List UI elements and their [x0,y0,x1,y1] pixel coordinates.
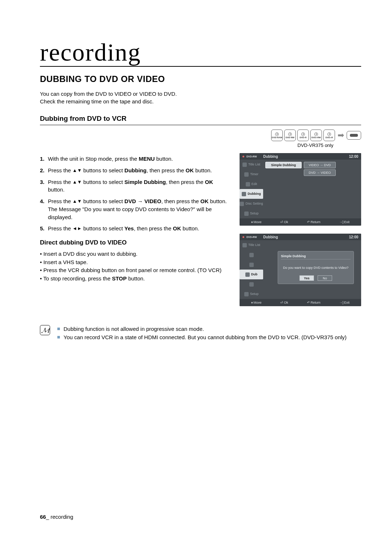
intro-text: You can copy from the DVD to VIDEO or VI… [40,90,361,105]
right-column: DVD-RAM DVD-RW DVD-R DVD+RW DVD+R ➡ DVD-… [240,130,361,314]
step-4: 4. Press the ▲▼ buttons to select DVD → … [40,197,229,221]
t: buttons to select [82,167,124,173]
t: STOP [112,275,127,282]
arrow-right-icon: ➡ [336,131,345,140]
tape-icon [347,131,361,140]
osd-clock: 12:00 [349,235,358,239]
step-2: 2. Press the ▲▼ buttons to select Dubbin… [40,167,229,174]
sidebar-item: Title List [240,240,263,250]
t: Yes [124,225,134,231]
disc-icon: DVD+R [323,130,335,141]
t: OK [185,167,194,173]
t: buttons to select [82,198,124,204]
dialog-no-button: No [318,275,332,281]
t: Dubbing [124,167,147,173]
intro-line-1: You can copy from the DVD to VIDEO or VI… [40,91,177,97]
t: Press the [48,179,73,185]
step-num: 3. [40,178,48,194]
osd-option: VIDEO → DVD [304,162,336,168]
sidebar-label: Setup [250,212,259,215]
page-number: 66 [40,514,46,520]
step-num: 2. [40,167,48,174]
sidebar-item: Disc Setting [240,199,263,209]
osd-media: DVD-RW [246,236,257,238]
disc-label: DVD-RAM [272,136,282,139]
osd-title: Dubbing [263,155,278,159]
disc-icon: DVD-R [297,130,309,141]
dialog-question: Do you want to copy DVD contents to Vide… [281,266,351,270]
t: , then press the [147,167,186,173]
osd-clock: 12:00 [349,155,358,159]
t: OK [200,198,209,204]
sidebar-label: Disc Setting [245,202,263,205]
t: OK [205,179,213,185]
disc-icon: DVD+RW [310,130,322,141]
step-num: 5. [40,225,48,233]
disc-setting-icon [249,282,254,287]
t: buttons to select [82,225,124,231]
bullet-list: Insert a DVD disc you want to dubbing. I… [40,250,229,283]
t: With the unit in Stop mode, press the [48,156,139,162]
page-title: recording [40,40,361,67]
t: button. [155,156,173,162]
arrows-icon: ▲▼ [73,198,82,204]
t: , then press the [134,225,173,231]
t: The Message "Do you want to copy DVD con… [48,206,212,220]
sidebar-item [240,279,263,289]
step-3: 3. Press the ▲▼ buttons to select Simple… [40,178,229,194]
step-num: 1. [40,155,48,163]
edit-icon [249,263,254,267]
foot-return: ↶ Return [307,301,320,304]
osd-screenshot-1: DVD-RW Dubbing 12:00 Title List Timer Ed… [240,153,361,226]
list-item: Press the VCR dubbing button on front pa… [40,266,229,275]
disc-label: DVD-RW [286,136,295,139]
intro-line-2: Check the remaining time on the tape and… [40,98,154,104]
t: MENU [139,156,155,162]
dialog-yes-button: Yes [299,275,314,281]
step-1: 1. With the unit in Stop mode, press the… [40,155,229,163]
rec-dot-icon [242,156,244,157]
step-5: 5. Press the ◄► buttons to select Yes, t… [40,225,229,233]
subsection-heading: Dubbing from DVD to VCR [40,115,361,125]
media-icon-row: DVD-RAM DVD-RW DVD-R DVD+RW DVD+R ➡ [240,130,361,141]
list-item: Insert a VHS tape. [40,258,229,267]
foot-move: ♦ Move [251,301,262,304]
sidebar-item: Title List [240,160,263,169]
sidebar-item: Edit [240,179,263,189]
disc-setting-icon [240,202,244,206]
left-column: 1. With the unit in Stop mode, press the… [40,130,229,314]
footer-sep: _ [46,514,51,520]
foot-move: ♦ Move [251,220,262,224]
sidebar-label: Timer [250,173,258,176]
foot-ok: ⏎ Ok [280,301,288,304]
sidebar-item-selected: Dub [240,270,263,279]
notes-block: 𝓜 Dubbing function is not allowed in pro… [40,325,361,341]
sidebar-item: Setup [240,289,263,299]
sidebar-item: Timer [240,169,263,179]
disc-icon: DVD-RAM [271,130,283,141]
sidebar-item [240,260,263,270]
t: DVD → VIDEO [124,198,162,204]
list-icon [242,243,247,247]
note-item: You can record VCR in a state of HDMI co… [57,333,347,342]
foot-exit: →] Exit [339,220,350,224]
note-icon: 𝓜 [40,325,50,335]
subsubsection-heading: Direct dubbing DVD to VIDEO [40,239,229,246]
t: button. [127,275,145,282]
disc-label: DVD-R [300,136,307,139]
page-footer: 66_ recording [40,514,73,520]
osd-option-selected: Simple Dubbing [265,162,302,168]
foot-exit: →] Exit [339,301,350,304]
disc-icon: DVD-RW [284,130,296,141]
rec-dot-icon [242,236,244,238]
osd-sidebar: Title List Dub Setup [240,240,263,299]
list-item: To stop recording, press the STOP button… [40,275,229,283]
model-note: DVD-VR375 only [289,143,342,148]
footer-section: recording [50,514,73,520]
sidebar-label: Setup [250,292,259,296]
t: , then press the [162,198,201,204]
disc-label: DVD+RW [311,136,321,139]
osd-screenshot-2: DVD-RW Dubbing 12:00 Title List Dub Setu… [240,234,361,306]
t: OK [173,225,181,231]
note-item: Dubbing function is not allowed in progr… [57,325,347,333]
